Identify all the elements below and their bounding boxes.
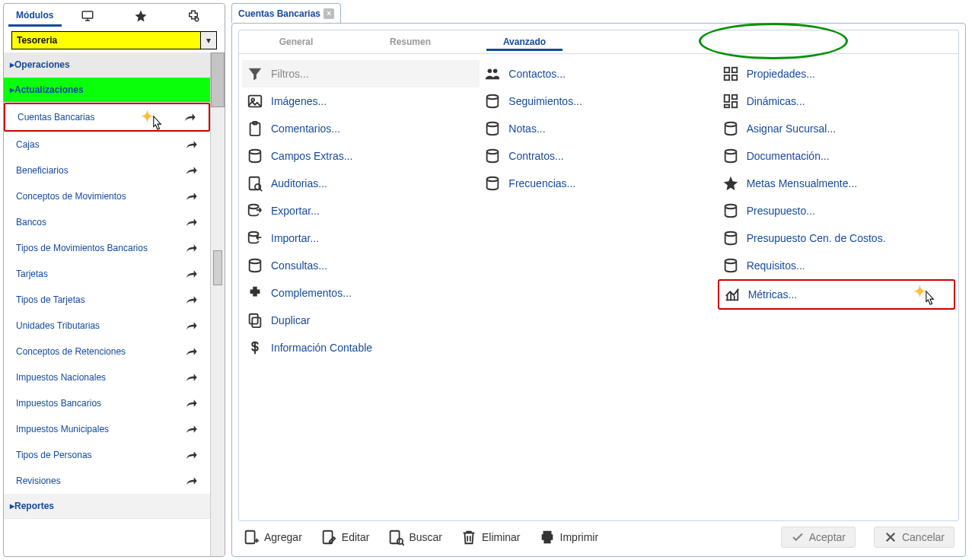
tree-item-cajas[interactable]: Cajas <box>4 132 210 158</box>
toolbar-buscar[interactable]: Buscar <box>387 529 442 546</box>
opt-metas-mensualmente[interactable]: Metas Mensualmente... <box>718 170 955 197</box>
tab-favorites[interactable] <box>114 7 167 25</box>
share-arrow-icon <box>186 476 198 486</box>
tree-item-cuentas-bancarias[interactable]: Cuentas Bancarias ✦ <box>4 103 210 132</box>
tab-addons[interactable] <box>167 7 221 25</box>
toolbar-imprimir[interactable]: Imprimir <box>539 529 599 546</box>
tab-modulos[interactable]: Módulos <box>8 6 62 27</box>
tree-item-tipos-personas[interactable]: Tipos de Personas <box>4 442 210 468</box>
tree-reportes[interactable]: ▸ Reportes <box>4 494 210 519</box>
opt-metricas[interactable]: Métricas... ✦ <box>718 279 955 310</box>
opt-contactos[interactable]: Contactos... <box>480 60 717 88</box>
opt-importar[interactable]: Importar... <box>242 224 480 252</box>
opt-frecuencias[interactable]: Frecuencias... <box>480 170 717 197</box>
tree-item-impuestos-bancarios[interactable]: Impuestos Bancarios <box>4 390 210 416</box>
cursor-icon <box>922 290 939 310</box>
opt-complementos[interactable]: Complementos... <box>242 279 480 307</box>
opt-documentacion[interactable]: Documentación... <box>718 142 955 170</box>
opt-propiedades[interactable]: Propiedades... <box>718 60 955 88</box>
opt-exportar[interactable]: Exportar... <box>242 197 480 224</box>
opt-campos-extras[interactable]: Campos Extras... <box>242 142 480 170</box>
add-doc-icon <box>243 529 260 546</box>
module-combo[interactable]: Tesoreria ▾ <box>11 31 217 49</box>
tree-item-conceptos-retenciones[interactable]: Conceptos de Retenciones <box>4 339 210 364</box>
share-arrow-icon <box>186 139 198 150</box>
opt-seguimientos[interactable]: Seguimientos... <box>480 88 717 115</box>
toolbar-cancelar[interactable]: Cancelar <box>874 527 954 548</box>
toolbar-aceptar[interactable]: Aceptar <box>781 527 856 548</box>
tree-operaciones[interactable]: ▸ Operaciones <box>4 52 210 78</box>
export-icon <box>247 202 263 219</box>
svg-point-15 <box>493 69 498 74</box>
opt-contratos[interactable]: Contratos... <box>480 142 717 170</box>
tree-actualizaciones[interactable]: ▸ Actualizaciones <box>4 78 210 103</box>
tree-item-impuestos-nacionales[interactable]: Impuestos Nacionales <box>4 364 210 390</box>
subtab-resumen[interactable]: Resumen <box>353 30 467 53</box>
tree-item-unidades-tributarias[interactable]: Unidades Tributarias <box>4 313 210 339</box>
svg-rect-7 <box>250 177 260 190</box>
tree-item-beneficiarios[interactable]: Beneficiarios <box>4 158 210 183</box>
opt-comentarios[interactable]: Comentarios... <box>242 115 480 142</box>
opt-asignar-sucursal[interactable]: Asignar Sucursal... <box>718 115 955 142</box>
tree-item-conceptos-movimientos[interactable]: Conceptos de Movimientos <box>4 183 210 209</box>
share-arrow-icon <box>184 112 196 123</box>
svg-rect-0 <box>83 11 94 18</box>
subtab-avanzado[interactable]: Avanzado <box>467 30 582 53</box>
sub-tabs: General Resumen Avanzado <box>239 30 958 54</box>
svg-point-6 <box>250 150 261 154</box>
opt-notas[interactable]: Notas... <box>480 115 717 142</box>
opt-duplicar[interactable]: Duplicar <box>242 307 480 334</box>
opt-dinamicas[interactable]: Dinámicas... <box>718 88 955 115</box>
toolbar-agregar[interactable]: Agregar <box>243 529 302 546</box>
tree-item-bancos[interactable]: Bancos <box>4 209 210 235</box>
toolbar-eliminar[interactable]: Eliminar <box>461 529 521 546</box>
svg-point-16 <box>487 95 499 100</box>
doc-tab-cuentas-bancarias[interactable]: Cuentas Bancarias × <box>231 3 341 23</box>
svg-point-18 <box>487 150 499 154</box>
cursor-icon <box>149 115 166 135</box>
share-arrow-icon <box>186 424 198 434</box>
toolbar-editar[interactable]: Editar <box>320 529 370 546</box>
svg-point-30 <box>725 205 736 209</box>
sidebar-scrollbar[interactable] <box>210 52 225 556</box>
db-icon <box>484 93 501 110</box>
tree-item-tarjetas[interactable]: Tarjetas <box>4 261 210 287</box>
svg-point-32 <box>725 259 736 264</box>
svg-point-31 <box>725 232 736 237</box>
module-combo-button[interactable]: ▾ <box>200 32 216 49</box>
doc-tab-label: Cuentas Bancarias <box>238 8 320 19</box>
tree-item-tipos-tarjetas[interactable]: Tipos de Tarjetas <box>4 287 210 313</box>
share-arrow-icon <box>186 320 198 331</box>
tab-modulos-label: Módulos <box>16 10 53 21</box>
tree-item-impuestos-municipales[interactable]: Impuestos Municipales <box>4 416 210 442</box>
svg-point-9 <box>249 205 259 209</box>
share-arrow-icon <box>186 269 198 279</box>
tree-item-tipos-movimientos[interactable]: Tipos de Movimientos Bancarios <box>4 235 210 261</box>
opt-presupuesto[interactable]: Presupuesto... <box>718 197 955 224</box>
copy-icon <box>247 312 263 329</box>
svg-rect-24 <box>724 95 728 102</box>
print-icon <box>539 529 556 546</box>
opt-informacion-contable[interactable]: Información Contable <box>242 334 480 361</box>
search-doc-icon <box>247 175 263 192</box>
tab-monitor[interactable] <box>62 7 115 25</box>
share-arrow-icon <box>186 294 198 305</box>
check-icon <box>791 530 805 544</box>
opt-requisitos[interactable]: Requisitos... <box>718 252 955 279</box>
tree-item-revisiones[interactable]: Revisiones <box>4 468 210 494</box>
svg-point-17 <box>487 123 499 127</box>
opt-presupuesto-cen-costos[interactable]: Presupuesto Cen. de Costos. <box>718 224 955 252</box>
module-combo-value: Tesoreria <box>12 32 200 49</box>
close-icon[interactable]: × <box>323 8 334 19</box>
opt-consultas[interactable]: Consultas... <box>242 252 480 279</box>
clipboard-icon <box>247 120 263 137</box>
x-icon <box>884 530 897 544</box>
subtab-general[interactable]: General <box>239 30 353 53</box>
opt-auditorias[interactable]: Auditorias... <box>242 170 480 197</box>
grid-icon <box>722 65 739 82</box>
db-icon <box>484 120 501 137</box>
db-icon <box>484 148 501 164</box>
opt-imagenes[interactable]: Imágenes... <box>242 88 480 115</box>
toolbar: Agregar Editar Buscar Eliminar Imprimir … <box>238 524 959 550</box>
opt-filtros[interactable]: Filtros... <box>242 60 480 88</box>
